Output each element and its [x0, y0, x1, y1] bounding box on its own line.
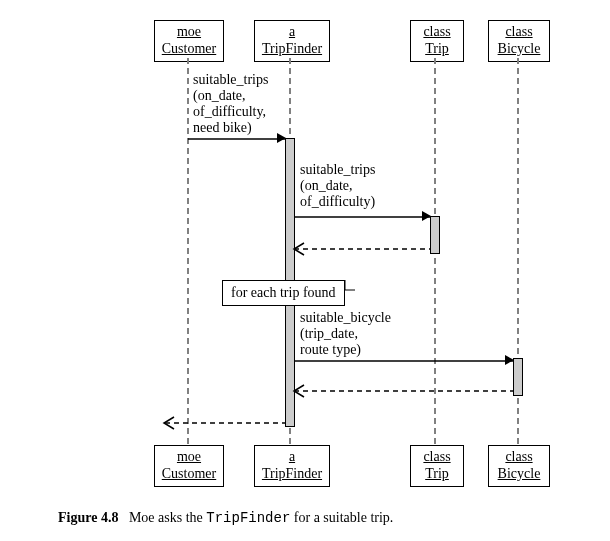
- return-arrow-trip: [294, 248, 430, 250]
- figure-caption: Figure 4.8 Moe asks the TripFinder for a…: [58, 510, 393, 526]
- participant-bicycle-top: class Bicycle: [488, 20, 550, 62]
- participant-label: moe: [177, 449, 201, 464]
- message-arrow-1: [188, 138, 285, 140]
- participant-trip-bottom: class Trip: [410, 445, 464, 487]
- message-label-2: suitable_trips (on_date, of_difficulty): [300, 162, 375, 210]
- participant-label: TripFinder: [262, 41, 322, 56]
- participant-tripfinder-top: a TripFinder: [254, 20, 330, 62]
- return-arrow-bicycle: [294, 390, 513, 392]
- message-arrow-2: [294, 216, 430, 218]
- participant-bicycle-bottom: class Bicycle: [488, 445, 550, 487]
- message-label-1: suitable_trips (on_date, of_difficulty, …: [193, 72, 268, 136]
- activation-bicycle: [513, 358, 523, 396]
- return-arrow-customer: [165, 422, 286, 424]
- note-corner-icon: [345, 280, 359, 294]
- arrowhead-icon: [422, 211, 431, 221]
- arrowhead-icon: [277, 133, 286, 143]
- participant-label: Customer: [162, 466, 216, 481]
- participant-tripfinder-bottom: a TripFinder: [254, 445, 330, 487]
- message-label-3: suitable_bicycle (trip_date, route type): [300, 310, 391, 358]
- participant-label: TripFinder: [262, 466, 322, 481]
- figure-label: Figure 4.8: [58, 510, 118, 525]
- participant-label: class: [423, 449, 450, 464]
- participant-trip-top: class Trip: [410, 20, 464, 62]
- participant-label: class: [505, 449, 532, 464]
- participant-label: Bicycle: [498, 466, 541, 481]
- note-text: for each trip found: [231, 285, 336, 300]
- participant-label: Trip: [425, 466, 449, 481]
- caption-text-after: for a suitable trip.: [290, 510, 393, 525]
- arrowhead-open-icon: [294, 243, 306, 255]
- participant-label: Trip: [425, 41, 449, 56]
- loop-note: for each trip found: [222, 280, 345, 306]
- sequence-diagram: moe Customer a TripFinder class Trip cla…: [0, 0, 610, 541]
- caption-text-before: Moe asks the: [129, 510, 206, 525]
- participant-label: class: [423, 24, 450, 39]
- message-arrow-3: [294, 360, 513, 362]
- arrowhead-open-icon: [294, 385, 306, 397]
- participant-customer-top: moe Customer: [154, 20, 224, 62]
- participant-label: class: [505, 24, 532, 39]
- participant-label: moe: [177, 24, 201, 39]
- participant-label: a: [289, 449, 295, 464]
- participant-label: Customer: [162, 41, 216, 56]
- participant-label: a: [289, 24, 295, 39]
- participant-customer-bottom: moe Customer: [154, 445, 224, 487]
- lifeline-customer: [187, 58, 189, 444]
- arrowhead-open-icon: [164, 417, 176, 429]
- activation-trip: [430, 216, 440, 254]
- participant-label: Bicycle: [498, 41, 541, 56]
- caption-mono: TripFinder: [206, 510, 290, 526]
- arrowhead-icon: [505, 355, 514, 365]
